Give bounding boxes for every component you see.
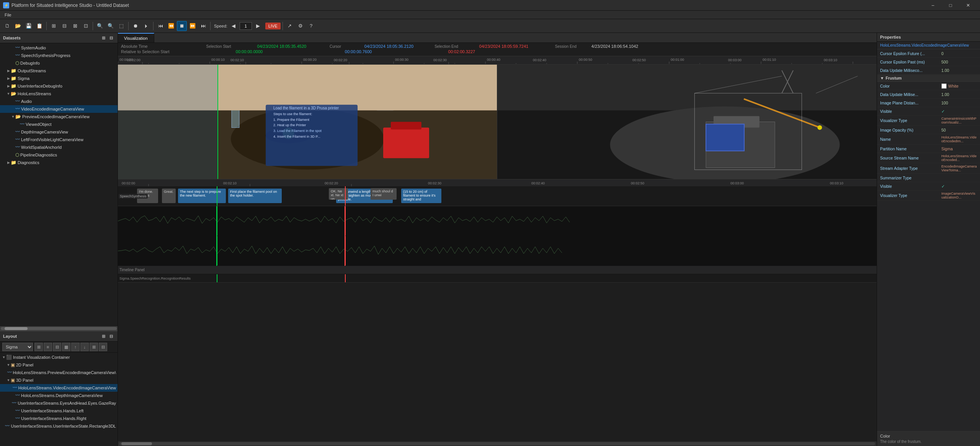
speech-chip-nextstep[interactable]: The next step is to prepare the new fila…	[178, 189, 226, 203]
cursor-btn[interactable]: ↗	[285, 21, 295, 31]
tree-item-outputStreams[interactable]: ▶ 📁 OutputStreams	[0, 67, 118, 75]
layout-item-hands-left[interactable]: 〰 UserInterfaceStreams.Hands.Left	[0, 407, 118, 415]
layout-select[interactable]: Sigma	[2, 343, 33, 351]
layout-item-instant-viz[interactable]: ▼ ⬛ Instant Visualization Container	[0, 353, 118, 361]
prop-name[interactable]: Name HoloLensStreams.VideoEncodedIm...	[877, 134, 980, 145]
tree-item-audio[interactable]: 〰 Audio	[0, 98, 118, 105]
prop-cursor-epsilon-future[interactable]: Cursor Epsilon Future (... 0	[877, 49, 980, 58]
layout-item-2d-panel[interactable]: ▼ ▣ 2D Panel	[0, 361, 118, 369]
prop-val-dum2: 1.00	[941, 92, 977, 97]
tree-item-debugInfo[interactable]: ⬡ DebugInfo	[0, 59, 118, 67]
layout-up-btn[interactable]: ↑	[71, 343, 80, 351]
speech-chip-15to20[interactable]: (15 to 20 cm) of filament to ensure it's…	[401, 189, 441, 203]
svg-text:4. Insert the Filament in 3D P: 4. Insert the Filament in 3D P...	[273, 135, 320, 138]
zoom-in-button[interactable]: 🔍	[95, 21, 105, 31]
properties-stream-name: HoloLensStreams.VideoEncodedImageCameraV…	[877, 42, 980, 49]
layout-split-btn[interactable]: ⊟	[53, 343, 61, 351]
layout-item-gaze-ray[interactable]: 〰 UserInterfaceStreams.EyesAndHead.Eyes.…	[0, 399, 118, 407]
speed-inc-button[interactable]: ▶	[253, 21, 263, 31]
layout-tile-btn[interactable]: ▦	[62, 343, 70, 351]
tree-item-holoLensStreams[interactable]: ▼ 📂 HoloLensStreams	[0, 90, 118, 98]
horizontal-scrollbar[interactable]	[118, 441, 877, 446]
layout-item-video-encoded[interactable]: 〰 HoloLensStreams.VideoEncodedImageCamer…	[0, 384, 118, 392]
tree-item-sigma[interactable]: ▶ 📁 Sigma	[0, 75, 118, 82]
prop-image-opacity[interactable]: Image Opacity (%) 50	[877, 126, 980, 134]
tree-item-diagnostics[interactable]: ▶ 📁 Diagnostics	[0, 159, 118, 166]
layout-collapse2-btn[interactable]: ⊟	[99, 343, 107, 351]
tree-item-pipelineDiagnostics[interactable]: ⬡ PipelineDiagnostics	[0, 151, 118, 159]
minimize-button[interactable]: –	[924, 0, 942, 11]
zoom-fit-button[interactable]: ⬚	[116, 21, 126, 31]
layout-collapse-btn[interactable]: ⊟	[108, 333, 114, 340]
prop-data-update-ms2[interactable]: Data Update Millise... 1.00	[877, 90, 980, 99]
tree-item-worldSpatialAnchorId[interactable]: 〰 WorldSpatialAnchorId	[0, 143, 118, 151]
prop-visible[interactable]: Visible ✓	[877, 182, 980, 190]
layout-item-hands-right[interactable]: 〰 UserInterfaceStreams.Hands.Right	[0, 415, 118, 422]
record-button[interactable]: ⏺	[131, 21, 140, 31]
prop-data-update-ms[interactable]: Data Update Milliseco... 1.00	[877, 66, 980, 75]
stop-button[interactable]: ⏹	[177, 21, 187, 31]
prop-visualizer-type-frustum[interactable]: Visualizer Type CameraIntrinsicsWithPose…	[877, 116, 980, 126]
maximize-button[interactable]: □	[942, 0, 959, 11]
save-button[interactable]: 💾	[24, 21, 34, 31]
tree-item-videoEncodedImageCameraView[interactable]: 〰 VideoEncodedImageCameraView	[0, 105, 118, 113]
layout-btn2[interactable]: ⊟	[59, 21, 69, 31]
tree-item-viewedObject[interactable]: 〰 ViewedObject	[0, 120, 118, 128]
prop-source-stream-name[interactable]: Source Stream Name HoloLensStreams.Video…	[877, 153, 980, 163]
footer-title: Color	[880, 434, 977, 438]
tree-item-leftFrontVisibleLightCameraView[interactable]: 〰 LeftFrontVisibleLightCameraView	[0, 136, 118, 143]
play-button[interactable]: ⏵	[141, 21, 151, 31]
save-as-button[interactable]: 📋	[34, 21, 44, 31]
layout-list-btn[interactable]: ≡	[44, 343, 52, 351]
datasets-collapse-btn[interactable]: ⊟	[108, 34, 114, 41]
layout-grid-btn[interactable]: ⊞	[34, 343, 43, 351]
prop-stream-adapter-type[interactable]: Stream Adapter Type EncodedImageCameraVi…	[877, 163, 980, 174]
prop-visualizer-type[interactable]: Visualizer Type ImageCameraViewVisualiza…	[877, 190, 980, 201]
prop-partition-name[interactable]: Partition Name Sigma	[877, 145, 980, 153]
layout-down-btn[interactable]: ↓	[80, 343, 89, 351]
layout-item-depth-image[interactable]: 〰 HoloLensStreams.DepthImageCameraView	[0, 392, 118, 399]
close-button[interactable]: ✕	[959, 0, 977, 11]
help-btn[interactable]: ?	[306, 21, 316, 31]
open-button[interactable]: 📂	[13, 21, 23, 31]
menu-file[interactable]: File	[2, 12, 15, 18]
layout-btn4[interactable]: ⊡	[81, 21, 91, 31]
layout-item-preview-camera[interactable]: 〰 HoloLensStreams.PreviewEncodedImageCam…	[0, 369, 118, 376]
tree-item-systemAudio[interactable]: 〰 SystemAudio	[0, 44, 118, 52]
layout-item-ui-state[interactable]: 〰 UserInterfaceStreams.UserInterfaceStat…	[0, 422, 118, 430]
speech-chip-great[interactable]: Great.	[162, 189, 176, 203]
new-button[interactable]: 🗋	[2, 21, 12, 31]
speed-input[interactable]	[240, 22, 252, 30]
stream-icon: 〰	[15, 99, 20, 104]
scrollbar-thumb-h[interactable]	[121, 442, 152, 445]
tree-item-previewEncodedImageCameraView[interactable]: ▼ 📂 PreviewEncodedImageCameraView	[0, 113, 118, 120]
layout-btn1[interactable]: ⊞	[49, 21, 59, 31]
go-end-button[interactable]: ⏭	[198, 21, 208, 31]
layout-expand-btn[interactable]: ⊞	[100, 333, 107, 340]
tree-item-userInterfaceDebugInfo[interactable]: ▶ 📁 UserInterfaceDebugInfo	[0, 82, 118, 90]
datasets-expand-btn[interactable]: ⊞	[100, 34, 107, 41]
step-fwd-button[interactable]: ⏩	[188, 21, 198, 31]
prop-image-plane-dist[interactable]: Image Plane Distan... 100	[877, 99, 980, 107]
zoom-out-button[interactable]: 🔍	[106, 21, 116, 31]
tree-item-depthImageCameraView[interactable]: 〰 DepthImageCameraView	[0, 128, 118, 136]
layout-expand2-btn[interactable]: ⊞	[90, 343, 98, 351]
datasets-scrollbar[interactable]	[0, 326, 118, 331]
prop-visible-frustum[interactable]: Visible ✓	[877, 107, 980, 116]
prop-cursor-epsilon-past[interactable]: Cursor Epsilon Past (ms) 500	[877, 58, 980, 66]
layout-item-3d-panel[interactable]: ▼ ▣ 3D Panel	[0, 376, 118, 384]
settings-btn[interactable]: ⚙	[296, 21, 305, 31]
speech-chip-place[interactable]: First place the filament pool on the spo…	[228, 189, 282, 203]
layout-btn3[interactable]: ⊠	[70, 21, 80, 31]
prop-color[interactable]: Color White	[877, 82, 980, 90]
tab-visualization[interactable]: Visualization	[118, 33, 154, 42]
speech-chip-much[interactable]: much shoul d I unwi	[371, 188, 397, 200]
prop-summarizer-type[interactable]: Summarizer Type	[877, 174, 980, 182]
tree-item-speechSynthesisProgress[interactable]: 〰 SpeechSynthesisProgress	[0, 52, 118, 59]
prop-section-frustum[interactable]: ▼ Frustum	[877, 75, 980, 82]
chevron-right-icon: ▶	[6, 77, 11, 80]
go-start-button[interactable]: ⏮	[155, 21, 165, 31]
speed-dec-button[interactable]: ◀	[229, 21, 238, 31]
step-back-button[interactable]: ⏪	[166, 21, 176, 31]
live-button[interactable]: LIVE	[265, 23, 281, 29]
